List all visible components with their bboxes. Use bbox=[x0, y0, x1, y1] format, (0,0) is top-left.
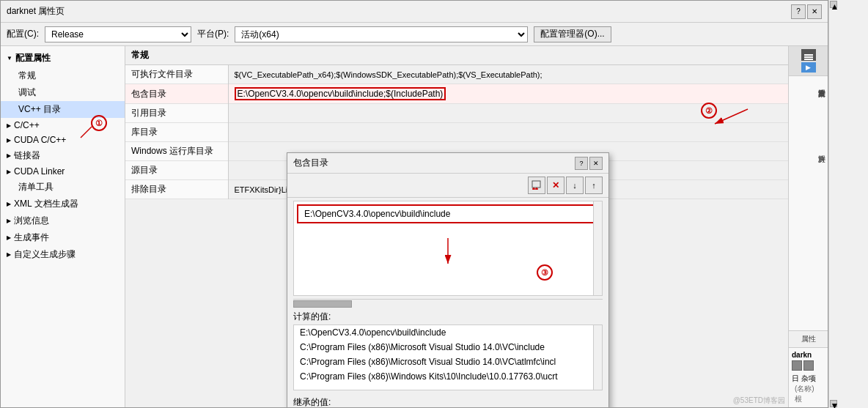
main-scrollbar[interactable]: ▲ ▼ bbox=[828, 0, 837, 408]
project-name: darkn bbox=[792, 351, 825, 359]
table-row-include[interactable]: 包含目录 E:\OpenCV3.4.0\opencv\build\include… bbox=[125, 84, 788, 104]
expand-icon: ▶ bbox=[7, 137, 11, 144]
platform-select[interactable]: 活动(x64) bbox=[235, 26, 528, 42]
svg-point-14 bbox=[537, 265, 552, 280]
sidebar-item-xml-gen[interactable]: ▶ XML 文档生成器 bbox=[1, 196, 125, 212]
sidebar-item-label: CUDA Linker bbox=[14, 166, 65, 177]
modal-close-button[interactable]: ✕ bbox=[589, 157, 603, 170]
toolbar-icons bbox=[792, 360, 825, 371]
sidebar-header-label: 配置属性 bbox=[15, 52, 51, 64]
misc-section: 日 杂项 bbox=[792, 374, 825, 384]
title-bar-buttons: ? ✕ bbox=[791, 4, 822, 19]
prop-name: 包含目录 bbox=[125, 84, 228, 104]
expand-icon: ▶ bbox=[7, 168, 11, 175]
config-label: 配置(C): bbox=[7, 28, 39, 40]
sidebar-item-label: 常规 bbox=[18, 70, 36, 81]
root-row: 根 bbox=[792, 394, 825, 404]
prop-name: 可执行文件目录 bbox=[125, 65, 228, 84]
sidebar-item-custom-build[interactable]: ▶ 自定义生成步骤 bbox=[1, 246, 125, 263]
sidebar-item-browse[interactable]: ▶ 浏览信息 bbox=[1, 212, 125, 229]
modal-list-scrollbar[interactable] bbox=[593, 201, 602, 295]
sidebar-item-label: 自定义生成步骤 bbox=[14, 248, 76, 261]
prop-value[interactable]: $(VC_ExecutablePath_x64);$(WindowsSDK_Ex… bbox=[228, 65, 788, 84]
svg-rect-7 bbox=[532, 181, 540, 188]
sidebar-header[interactable]: ▼ 配置属性 bbox=[1, 49, 125, 67]
expand-icon: ▶ bbox=[7, 218, 11, 224]
config-manager-button[interactable]: 配置管理器(O)... bbox=[534, 26, 611, 42]
modal-list-area: E:\OpenCV3.4.0\opencv\build\include bbox=[293, 201, 603, 296]
sidebar-item-general[interactable]: 常规 bbox=[1, 67, 125, 84]
prop-value[interactable] bbox=[228, 123, 788, 142]
prop-name: 库目录 bbox=[125, 123, 228, 142]
move-down-button[interactable]: ↓ bbox=[566, 177, 584, 194]
title-bar: darknet 属性页 ? ✕ bbox=[1, 1, 828, 23]
sidebar-item-vc-dirs[interactable]: VC++ 目录 bbox=[1, 101, 125, 118]
icon1[interactable] bbox=[792, 360, 802, 371]
sidebar-item-build-events[interactable]: ▶ 生成事件 bbox=[1, 229, 125, 246]
modal-title-buttons: ? ✕ bbox=[575, 157, 603, 170]
sidebar-item-label: CUDA C/C++ bbox=[14, 135, 66, 145]
sidebar-item-manifest[interactable]: 清单工具 bbox=[1, 179, 125, 196]
move-up-button[interactable]: ↑ bbox=[585, 177, 603, 194]
expand-icon: ▶ bbox=[7, 234, 11, 241]
prop-name: Windows 运行库目录 bbox=[125, 142, 228, 161]
sidebar-item-label: XML 文档生成器 bbox=[14, 198, 78, 210]
sidebar-item-label: C/C++ bbox=[14, 120, 40, 130]
main-window: darknet 属性页 ? ✕ 配置(C): Release 平台(P): 活动… bbox=[0, 0, 828, 408]
expand-icon: ▶ bbox=[7, 251, 11, 258]
watermark: @53ETD博客园 bbox=[733, 396, 785, 406]
prop-name: 引用目录 bbox=[125, 104, 228, 123]
computed-label: 计算的值: bbox=[287, 308, 608, 324]
scroll-up[interactable]: ▲ bbox=[830, 1, 837, 8]
modal-list-hscrollbar[interactable] bbox=[293, 299, 603, 308]
sidebar-item-label: 链接器 bbox=[14, 149, 40, 162]
scroll-track bbox=[829, 9, 837, 399]
content-area: ▼ 配置属性 常规 调试 VC++ 目录 ▶ C/C++ ▶ CUDA C/C+… bbox=[1, 46, 828, 407]
expand-icon: ▶ bbox=[7, 122, 11, 129]
prop-value[interactable] bbox=[228, 104, 788, 123]
right-content: 常规 可执行文件目录 $(VC_ExecutablePath_x64);$(Wi… bbox=[125, 46, 788, 407]
computed-item: C:\Program Files (x86)\Microsoft Visual … bbox=[294, 340, 602, 355]
add-path-button[interactable] bbox=[528, 177, 545, 194]
svg-text:③: ③ bbox=[541, 268, 548, 277]
prop-value-include[interactable]: E:\OpenCV3.4.0\opencv\build\include;$(In… bbox=[228, 84, 788, 104]
hscrollbar-thumb bbox=[293, 300, 352, 308]
config-bar: 配置(C): Release 平台(P): 活动(x64) 配置管理器(O)..… bbox=[1, 23, 828, 46]
close-button[interactable]: ✕ bbox=[807, 4, 822, 19]
computed-scrollbar[interactable] bbox=[593, 325, 602, 390]
scroll-down[interactable]: ▼ bbox=[830, 400, 837, 407]
expand-icon: ▶ bbox=[7, 201, 11, 207]
modal-list-item[interactable]: E:\OpenCV3.4.0\opencv\build\include bbox=[297, 204, 599, 223]
sidebar-item-linker[interactable]: ▶ 链接器 bbox=[1, 147, 125, 164]
computed-item: C:\Program Files (x86)\Microsoft Visual … bbox=[294, 355, 602, 369]
help-button[interactable]: ? bbox=[791, 4, 806, 19]
icon2[interactable] bbox=[803, 360, 814, 371]
sidebar-collapse-icon: ▼ bbox=[7, 55, 12, 62]
modal-toolbar: ✕ ↓ ↑ bbox=[287, 174, 608, 198]
include-value-highlighted: E:\OpenCV3.4.0\opencv\build\include;$(In… bbox=[235, 87, 446, 100]
section-title: 常规 bbox=[131, 49, 149, 62]
modal-help-button[interactable]: ? bbox=[575, 157, 588, 170]
sidebar-item-cpp[interactable]: ▶ C/C++ bbox=[1, 118, 125, 133]
config-select[interactable]: Release bbox=[45, 26, 191, 42]
inherited-label: 继承的值: bbox=[287, 393, 608, 407]
computed-item: C:\Program Files (x86)\Windows Kits\10\I… bbox=[294, 369, 602, 384]
prop-name: 排除目录 bbox=[125, 180, 228, 199]
section-header: 常规 bbox=[125, 46, 788, 65]
name-row: (名称) bbox=[792, 384, 825, 394]
sidebar-item-label: VC++ 目录 bbox=[18, 104, 61, 114]
sidebar-item-label: 生成事件 bbox=[14, 231, 49, 244]
platform-label: 平台(P): bbox=[197, 28, 229, 40]
table-row[interactable]: 可执行文件目录 $(VC_ExecutablePath_x64);$(Windo… bbox=[125, 65, 788, 84]
sidebar-item-debug[interactable]: 调试 bbox=[1, 84, 125, 101]
sidebar: ▼ 配置属性 常规 调试 VC++ 目录 ▶ C/C++ ▶ CUDA C/C+… bbox=[1, 46, 125, 407]
modal-computed-area: E:\OpenCV3.4.0\opencv\build\include C:\P… bbox=[293, 324, 603, 390]
table-row[interactable]: 库目录 bbox=[125, 123, 788, 142]
modal-title: 包含目录 bbox=[293, 157, 328, 169]
sidebar-item-cuda-cpp[interactable]: ▶ CUDA C/C++ bbox=[1, 133, 125, 147]
delete-path-button[interactable]: ✕ bbox=[547, 177, 564, 194]
window-title: darknet 属性页 bbox=[7, 5, 65, 18]
table-row[interactable]: 引用目录 bbox=[125, 104, 788, 123]
modal-dialog: 包含目录 ? ✕ bbox=[287, 152, 609, 407]
sidebar-item-cuda-linker[interactable]: ▶ CUDA Linker bbox=[1, 164, 125, 179]
